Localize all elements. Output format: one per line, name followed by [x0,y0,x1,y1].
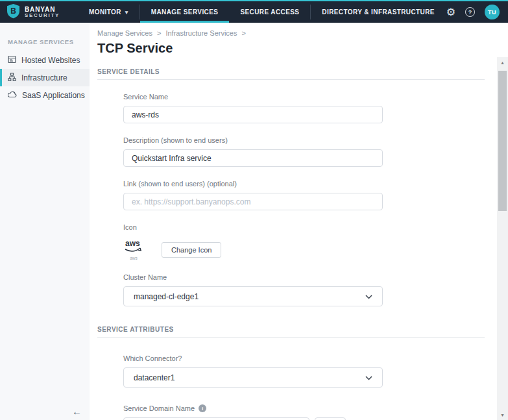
service-domain-label: Service Domain Name i [123,404,383,412]
svg-text:aws: aws [125,239,140,248]
collapse-sidebar-button[interactable]: ← [72,406,82,417]
nav-tab-secure-access[interactable]: SECURE ACCESS [229,1,310,23]
nav-tab-directory-infrastructure[interactable]: DIRECTORY & INFRASTRUCTURE [311,1,446,23]
cluster-name-field: Cluster Name managed-cl-edge1 [123,273,383,306]
breadcrumb-link-infrastructure-services[interactable]: Infrastructure Services [165,29,237,37]
nav-tab-manage-services[interactable]: MANAGE SERVICES [140,1,230,23]
chevron-down-icon [365,292,372,301]
breadcrumb: Manage Services > Infrastructure Service… [97,29,508,37]
settings-gear-icon[interactable]: ⚙ [446,7,455,18]
scrollbar-up-button[interactable]: ▲ [497,57,508,68]
sidebar: MANAGE SERVICES Hosted Websites Infrastr… [0,23,90,420]
sidebar-heading: MANAGE SERVICES [8,38,90,45]
section-divider [97,337,485,338]
user-avatar[interactable]: TU [485,5,500,19]
help-icon[interactable]: ? [465,7,475,17]
breadcrumb-link-manage-services[interactable]: Manage Services [97,29,152,37]
service-port-input[interactable] [315,417,346,420]
link-field: Link (shown to end users) (optional) [123,180,383,210]
sidebar-item-saas-applications[interactable]: SaaS Applications [0,86,90,104]
page-title: TCP Service [97,41,508,56]
brand-logo: B BANYAN SECURITY [0,1,78,23]
caret-down-icon: ▾ [125,9,128,16]
browser-icon [8,55,16,66]
breadcrumb-separator: > [157,29,161,37]
service-name-field: Service Name [123,93,383,123]
section-divider [97,79,485,80]
sidebar-item-label: Infrastructure [21,73,67,82]
description-field: Description (shown to end users) [123,136,383,167]
section-heading-service-details: SERVICE DETAILS [97,68,508,75]
description-input[interactable] [123,149,383,167]
aws-icon-caption: aws [130,256,138,260]
cluster-name-select[interactable]: managed-cl-edge1 [123,286,383,306]
shield-icon: B [6,3,20,21]
description-label: Description (shown to end users) [123,136,383,144]
svg-text:B: B [10,6,16,16]
sidebar-item-infrastructure[interactable]: Infrastructure [0,69,90,86]
sitemap-icon [8,73,16,83]
cluster-name-value: managed-cl-edge1 [134,292,199,301]
chevron-down-icon [365,373,372,382]
cluster-name-label: Cluster Name [123,273,383,281]
info-icon[interactable]: i [199,404,206,412]
service-name-input[interactable] [123,106,383,123]
section-heading-service-attributes: SERVICE ATTRIBUTES [97,326,508,333]
icon-label: Icon [123,223,383,231]
scrollbar-thumb[interactable] [498,71,507,211]
breadcrumb-separator: > [241,29,245,37]
cloud-icon [8,91,17,100]
aws-icon: aws aws [123,239,144,260]
which-connector-select[interactable]: datacenter1 [123,367,383,388]
change-icon-button[interactable]: Change Icon [162,242,221,258]
sidebar-item-hosted-websites[interactable]: Hosted Websites [0,51,90,69]
icon-field: Icon aws aws Change Icon [123,223,383,260]
top-navbar: B BANYAN SECURITY MONITOR ▾ MANAGE SERVI… [0,0,508,23]
scrollbar-down-button[interactable]: ▼ [497,410,508,420]
scrollbar[interactable]: ▲ ▼ [497,57,508,420]
sidebar-item-label: Hosted Websites [21,56,80,65]
link-label: Link (shown to end users) (optional) [123,180,383,188]
brand-name: BANYAN SECURITY [25,6,60,19]
service-name-label: Service Name [123,93,383,101]
connector-label: Which Connector? [123,354,383,362]
connector-field: Which Connector? datacenter1 [123,354,383,388]
connector-value: datacenter1 [134,373,175,382]
sidebar-item-label: SaaS Applications [22,91,85,100]
link-input[interactable] [123,193,383,210]
service-domain-field: Service Domain Name i [123,404,383,420]
service-domain-name-input[interactable] [123,417,309,420]
nav-tab-monitor[interactable]: MONITOR ▾ [78,1,139,23]
main-content: Manage Services > Infrastructure Service… [90,23,508,420]
